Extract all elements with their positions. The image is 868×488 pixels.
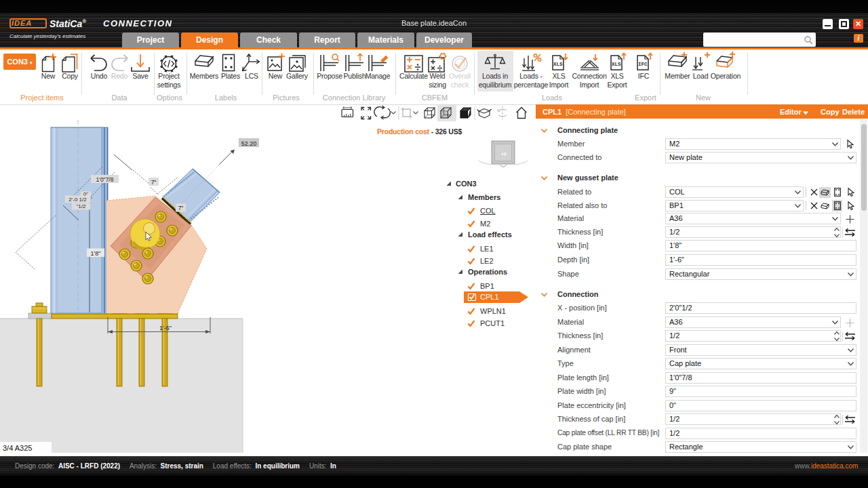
svg-text:2'-0 1/2: 2'-0 1/2 [68, 197, 87, 203]
svg-text:"1/2: "1/2 [77, 203, 87, 209]
svg-text:1'-6": 1'-6" [159, 325, 172, 331]
svg-text:7": 7" [151, 179, 157, 186]
svg-text:1'0"7/8: 1'0"7/8 [96, 176, 114, 183]
svg-text:52.20: 52.20 [241, 140, 257, 147]
svg-text:3/4 A325: 3/4 A325 [3, 444, 32, 452]
svg-text:7": 7" [178, 205, 184, 211]
svg-text:+Y: +Y [501, 152, 507, 157]
svg-text:1'8": 1'8" [91, 250, 101, 257]
